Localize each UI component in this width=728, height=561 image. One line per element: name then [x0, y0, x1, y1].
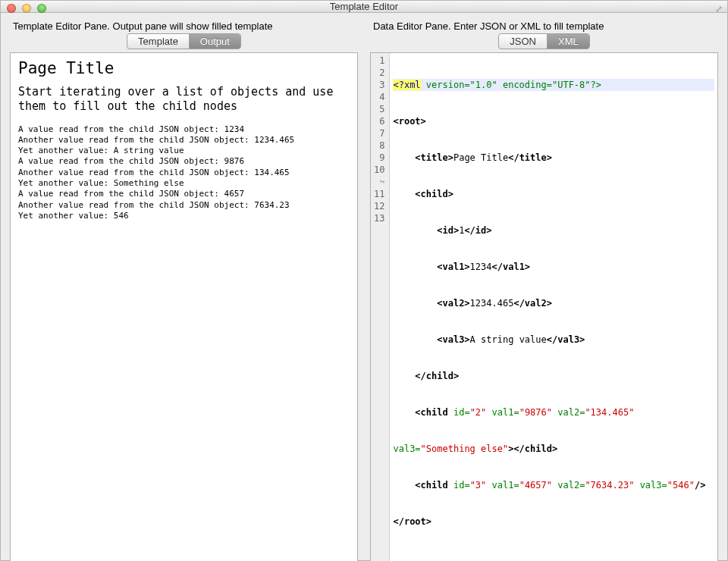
- gutter-num: 7: [374, 127, 384, 139]
- gutter-num: 8: [374, 139, 384, 152]
- content: Template Editor Pane. Output pane will s…: [1, 13, 727, 561]
- output-line: A value read from the child JSON object:…: [18, 156, 350, 167]
- code-line: <?xml version="1.0" encoding="UTF-8"?>: [393, 79, 714, 91]
- code-view: 1 2 3 4 5 6 7 8 9 10 ↪ 11 12 13: [371, 53, 717, 561]
- data-pane-label: Data Editor Pane. Enter JSON or XML to f…: [370, 20, 718, 32]
- gutter-num: 2: [374, 67, 384, 79]
- template-pane-label: Template Editor Pane. Output pane will s…: [10, 20, 358, 32]
- window-controls: [7, 4, 46, 13]
- gutter-num: 11: [374, 188, 384, 200]
- output-line: Yet another value: 546: [18, 211, 350, 221]
- code-line: <id>1</id>: [393, 224, 714, 237]
- output-line: Another value read from the child JSON o…: [18, 168, 350, 178]
- output-editor[interactable]: Page Title Start iterating over a list o…: [10, 52, 358, 561]
- code-lines[interactable]: <?xml version="1.0" encoding="UTF-8"?> <…: [390, 53, 717, 561]
- template-tabs: Template Output: [10, 33, 358, 49]
- code-line: <root>: [393, 115, 714, 127]
- data-editor-pane: Data Editor Pane. Enter JSON or XML to f…: [364, 16, 724, 561]
- data-tab-group: JSON XML: [498, 33, 589, 49]
- code-line: <child id="2" val1="9876" val2="134.465": [393, 406, 714, 418]
- app-window: Template Editor ⤢ Template Editor Pane. …: [0, 0, 728, 561]
- data-editor[interactable]: 1 2 3 4 5 6 7 8 9 10 ↪ 11 12 13: [370, 52, 718, 561]
- wrap-icon: ↪: [374, 176, 384, 188]
- resize-icon[interactable]: ⤢: [714, 4, 724, 14]
- gutter-num: 9: [374, 152, 384, 164]
- gutter-num: 6: [374, 115, 384, 127]
- output-description: Start iterating over a list of objects a…: [18, 85, 350, 114]
- code-line: [393, 552, 714, 561]
- gutter-num: 10: [374, 164, 384, 176]
- window-title: Template Editor: [1, 1, 727, 12]
- output-content: Page Title Start iterating over a list o…: [11, 53, 357, 227]
- gutter-num: 4: [374, 91, 384, 103]
- output-line: Another value read from the child JSON o…: [18, 200, 350, 211]
- zoom-icon[interactable]: [37, 4, 46, 13]
- output-line: Yet another value: Something else: [18, 178, 350, 189]
- output-line: A value read from the child JSON object:…: [18, 189, 350, 199]
- template-tab-group: Template Output: [127, 33, 241, 49]
- code-line: <val3>A string value</val3>: [393, 334, 714, 346]
- code-line: <child>: [393, 188, 714, 200]
- line-gutter: 1 2 3 4 5 6 7 8 9 10 ↪ 11 12 13: [371, 53, 390, 561]
- tab-json[interactable]: JSON: [499, 34, 548, 49]
- gutter-num: 13: [374, 212, 384, 224]
- minimize-icon[interactable]: [22, 4, 31, 13]
- code-line: val3="Something else"></child>: [393, 443, 714, 455]
- code-line: <title>Page Title</title>: [393, 152, 714, 164]
- code-line: </root>: [393, 516, 714, 528]
- output-line: Yet another value: A string value: [18, 146, 350, 156]
- output-line: Another value read from the child JSON o…: [18, 135, 350, 146]
- code-line: <val2>1234.465</val2>: [393, 297, 714, 309]
- gutter-num: 12: [374, 200, 384, 212]
- gutter-num: 5: [374, 103, 384, 115]
- code-line: </child>: [393, 370, 714, 382]
- output-title: Page Title: [18, 59, 350, 77]
- titlebar: Template Editor ⤢: [1, 1, 727, 13]
- output-line: A value read from the child JSON object:…: [18, 124, 350, 135]
- tab-output[interactable]: Output: [190, 34, 240, 49]
- gutter-num: 3: [374, 79, 384, 91]
- code-line: <child id="3" val1="4657" val2="7634.23"…: [393, 479, 714, 491]
- template-editor-pane: Template Editor Pane. Output pane will s…: [4, 16, 364, 561]
- code-line: <val1>1234</val1>: [393, 261, 714, 273]
- tab-xml[interactable]: XML: [548, 34, 589, 49]
- close-icon[interactable]: [7, 4, 16, 13]
- tab-template[interactable]: Template: [127, 34, 190, 49]
- data-tabs: JSON XML: [370, 33, 718, 49]
- gutter-num: 1: [374, 55, 384, 67]
